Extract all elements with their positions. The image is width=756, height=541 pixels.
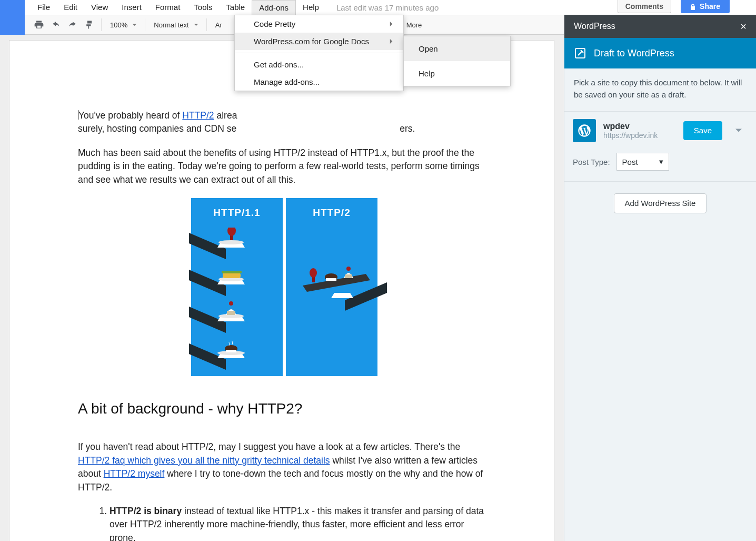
svg-point-24: [310, 268, 317, 278]
toolbar-separator: [101, 18, 102, 31]
share-button[interactable]: Share: [681, 0, 730, 13]
menu-label: Get add-ons...: [254, 60, 304, 69]
svg-point-2: [218, 240, 244, 244]
site-options-dropdown[interactable]: [730, 121, 748, 140]
add-ons-menu: Code Pretty WordPress.com for Google Doc…: [234, 15, 404, 91]
banner-label: Draft to WordPress: [594, 48, 674, 59]
paragraph[interactable]: You've probably heard of HTTP/2 alreasur…: [78, 109, 491, 136]
addon-code-pretty[interactable]: Code Pretty: [235, 15, 403, 33]
svg-rect-14: [227, 311, 235, 315]
menu-file[interactable]: File: [31, 0, 57, 15]
menu-add-ons[interactable]: Add-ons: [252, 0, 296, 15]
svg-marker-21: [331, 293, 353, 298]
menu-tools[interactable]: Tools: [187, 0, 219, 15]
illus-title-left: HTTP/1.1: [213, 205, 260, 220]
close-icon[interactable]: ×: [740, 21, 747, 33]
menu-view[interactable]: View: [84, 0, 115, 15]
chevron-down-icon: [194, 23, 198, 27]
illus-title-right: HTTP/2: [313, 205, 350, 220]
chevron-right-icon: [389, 22, 394, 26]
menu-format[interactable]: Format: [148, 0, 187, 15]
svg-rect-9: [222, 271, 242, 273]
sidebar-info: Pick a site to copy this document to bel…: [564, 68, 756, 112]
wordpress-logo: [573, 119, 596, 142]
style-value: Normal text: [154, 21, 188, 29]
chevron-down-icon: [735, 127, 742, 134]
menu-label: Manage add-ons...: [254, 77, 320, 86]
save-button[interactable]: Save: [683, 121, 722, 140]
addon-label: WordPress.com for Google Docs: [254, 37, 369, 46]
text-run: If you haven't read about HTTP/2, may I …: [78, 441, 460, 452]
svg-point-4: [227, 228, 236, 236]
font-dropdown[interactable]: Ar: [210, 17, 227, 33]
style-dropdown[interactable]: Normal text: [148, 17, 203, 33]
draft-banner: Draft to WordPress: [564, 38, 756, 68]
share-label: Share: [700, 0, 720, 13]
addon-label: Code Pretty: [254, 19, 295, 28]
link-myself[interactable]: HTTP/2 myself: [104, 468, 165, 479]
sidebar-header: WordPress ×: [564, 15, 756, 38]
link-http2[interactable]: HTTP/2: [182, 110, 214, 121]
illus-panel-right: HTTP/2: [286, 198, 377, 376]
svg-rect-8: [223, 273, 241, 278]
waiter-tray-icon: [303, 267, 387, 314]
submenu-help[interactable]: Help: [404, 61, 510, 86]
get-add-ons[interactable]: Get add-ons...: [235, 56, 403, 73]
submenu-open[interactable]: Open: [404, 36, 510, 61]
redo-icon[interactable]: [67, 19, 78, 30]
add-wordpress-site-button[interactable]: Add WordPress Site: [614, 193, 707, 213]
paragraph[interactable]: If you haven't read about HTTP/2, may I …: [78, 440, 491, 494]
text-run: You've probably heard of: [78, 110, 182, 121]
lock-icon: [690, 4, 695, 10]
document-page[interactable]: You've probably heard of HTTP/2 alreasur…: [9, 40, 554, 541]
bold-run: HTTP/2 is binary: [110, 506, 182, 516]
post-type-label: Post Type:: [573, 158, 610, 166]
addon-wordpress[interactable]: WordPress.com for Google Docs: [235, 33, 403, 50]
print-icon[interactable]: [34, 19, 44, 30]
undo-icon[interactable]: [51, 19, 61, 30]
font-value: Ar: [215, 21, 222, 29]
toolbar-separator: [145, 18, 145, 31]
paint-format-icon[interactable]: [84, 19, 95, 30]
zoom-value: 100%: [110, 21, 127, 29]
menu-edit[interactable]: Edit: [57, 0, 84, 15]
svg-rect-28: [345, 274, 352, 278]
illus-panel-left: HTTP/1.1: [191, 198, 283, 376]
docs-logo-block[interactable]: [0, 0, 25, 15]
text-run: ers.: [400, 123, 415, 134]
menu-table[interactable]: Table: [219, 0, 252, 15]
link-faq[interactable]: HTTP/2 faq which gives you all the nitty…: [78, 455, 330, 466]
post-type-value: Post: [622, 158, 638, 166]
waiter-arm-icon: [189, 228, 247, 264]
site-url: https://wpdev.ink: [603, 131, 658, 140]
menu-separator: [235, 53, 403, 53]
heading[interactable]: A bit of background - why HTTP2?: [78, 398, 491, 420]
waiter-arm-icon: [189, 301, 247, 338]
svg-rect-26: [326, 278, 336, 281]
site-row: wpdev https://wpdev.ink Save: [564, 112, 756, 150]
sidebar-title: WordPress: [574, 22, 615, 31]
paragraph[interactable]: Much has been said about the benefits of…: [78, 146, 491, 186]
chevron-down-icon: [133, 23, 136, 27]
menu-help[interactable]: Help: [296, 0, 326, 15]
wordpress-sidebar: WordPress × Draft to WordPress Pick a si…: [564, 15, 756, 541]
wordpress-icon: [577, 123, 592, 138]
document-canvas[interactable]: You've probably heard of HTTP/2 alreasur…: [0, 35, 564, 541]
site-meta: wpdev https://wpdev.ink: [603, 122, 658, 140]
post-type-select[interactable]: Post ▾: [616, 153, 669, 171]
more-label: More: [406, 21, 422, 29]
zoom-dropdown[interactable]: 100%: [105, 17, 142, 33]
post-type-row: Post Type: Post ▾: [564, 150, 756, 182]
more-dropdown[interactable]: More: [401, 17, 432, 33]
last-edit-text: Last edit was 17 minutes ago: [336, 3, 439, 12]
menu-bar: File Edit View Insert Format Tools Table…: [0, 0, 756, 15]
illustration: HTTP/1.1 HTTP/2: [78, 198, 491, 376]
menu-insert[interactable]: Insert: [115, 0, 148, 15]
manage-add-ons[interactable]: Manage add-ons...: [235, 73, 403, 91]
draft-icon: [574, 47, 586, 60]
ordered-list[interactable]: HTTP/2 is binary instead of textual like…: [78, 505, 491, 541]
chevron-right-icon: [389, 39, 394, 44]
comments-button[interactable]: Comments: [618, 0, 671, 13]
list-item[interactable]: HTTP/2 is binary instead of textual like…: [110, 505, 491, 541]
waiter-arm-icon: [189, 264, 247, 301]
